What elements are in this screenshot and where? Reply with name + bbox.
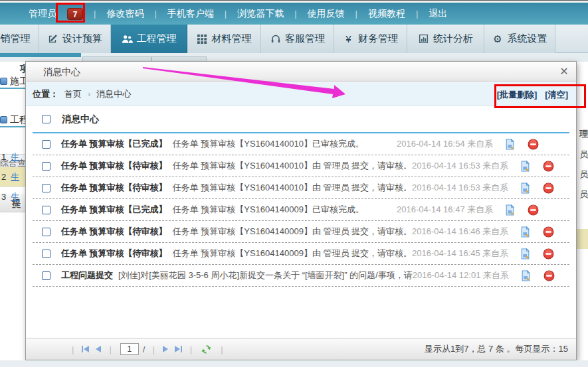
message-row[interactable]: 任务单 预算审核【已完成】 任务单 预算审核【YS1604140009】已审核完…: [33, 199, 569, 221]
message-timestamp: 2016-04-14 16:54 来自系: [397, 138, 491, 150]
select-all-checkbox[interactable]: [42, 115, 50, 123]
topbar-separator: |: [94, 9, 96, 19]
topbar-item-video-tutorial[interactable]: 视频教程: [368, 8, 405, 20]
pager-separator: |: [72, 344, 74, 354]
edit-icon: [47, 34, 58, 44]
delete-message-icon[interactable]: [543, 183, 554, 194]
row-checkbox[interactable]: [42, 140, 50, 149]
active-subtab-indicator: [0, 53, 81, 57]
view-document-icon[interactable]: [504, 139, 516, 150]
background-row-link[interactable]: 生: [11, 152, 19, 162]
breadcrumb-home[interactable]: 首页: [64, 88, 82, 100]
document-icon: [0, 116, 7, 123]
view-document-icon[interactable]: [520, 270, 532, 281]
tab-customer-service[interactable]: 客服管理: [261, 25, 334, 53]
view-document-icon[interactable]: [520, 226, 531, 238]
tab-label: 工程管理: [137, 33, 177, 45]
message-row[interactable]: 工程问题提交 [刘佳]对[美丽花园 3-5-6 周小花]新提交一条关于 “[墙面…: [33, 265, 569, 287]
row-checkbox[interactable]: [42, 162, 50, 171]
row-checkbox[interactable]: [42, 184, 50, 192]
message-row[interactable]: 任务单 预算审核【待审核】 任务单 预算审核【YS1604140009】由 管理…: [33, 243, 569, 265]
message-title: 任务单 预算审核【已完成】: [61, 138, 167, 150]
clear-all-button[interactable]: [清空]: [545, 89, 568, 101]
breadcrumb-current: 消息中心: [96, 88, 131, 100]
topbar-separator: |: [225, 9, 227, 19]
last-page-button[interactable]: [175, 346, 182, 352]
message-title: 任务单 预算审核【待审核】: [61, 182, 167, 194]
tab-project-management[interactable]: 工程管理: [111, 25, 187, 53]
delete-message-icon[interactable]: [543, 226, 554, 238]
row-checkbox[interactable]: [42, 271, 50, 280]
gear-icon: ⚙: [492, 34, 504, 44]
delete-message-icon[interactable]: [528, 139, 539, 150]
close-icon[interactable]: ✕: [557, 65, 571, 78]
delete-message-icon[interactable]: [543, 161, 554, 172]
notification-badge[interactable]: 7: [67, 8, 83, 20]
view-document-icon[interactable]: [520, 161, 531, 172]
message-text: 任务单 预算审核【YS1604140009】由 管理员 提交，请审核。: [173, 248, 412, 259]
page-number-input[interactable]: [120, 343, 139, 355]
nav-filler: [555, 25, 588, 52]
message-row[interactable]: 任务单 预算审核【待审核】 任务单 预算审核【YS1604140010】由 管理…: [33, 177, 569, 199]
headset-icon: [270, 34, 281, 44]
topbar-item-change-password[interactable]: 修改密码: [106, 8, 144, 20]
pager-separator: |: [190, 344, 192, 354]
next-page-button[interactable]: [163, 346, 168, 352]
table-cell: 员: [579, 169, 588, 181]
refresh-icon[interactable]: [201, 344, 212, 355]
batch-delete-button[interactable]: [批量删除]: [497, 89, 538, 101]
tab-label: 系统设置: [508, 33, 547, 45]
message-timestamp: 2016-04-14 16:45 来自系: [412, 248, 506, 259]
app-window: 管理员 7 | 修改密码 | 手机客户端 | 浏览器下载 | 使用反馈 | 视频…: [0, 0, 588, 367]
tab-statistics[interactable]: 统计分析: [407, 25, 484, 53]
view-document-icon[interactable]: [520, 183, 531, 194]
message-center-dialog: 消息中心 ✕ 位置： 首页 › 消息中心 [批量删除] [清空] 消息中心 任务…: [25, 61, 577, 360]
message-row[interactable]: 任务单 预算审核【待审核】 任务单 预算审核【YS1604140010】由 管理…: [33, 155, 569, 177]
pagination-info: 显示从1到7，总 7 条 。每页显示：15: [425, 343, 568, 355]
background-table-header-right: 理: [579, 128, 588, 140]
dialog-actions: [批量删除] [清空]: [497, 89, 568, 101]
tab-design-budget[interactable]: 设计预算: [39, 25, 111, 53]
chevron-right-icon: ›: [88, 89, 90, 99]
prev-page-button[interactable]: [96, 346, 101, 352]
tab-materials[interactable]: 材料管理: [187, 25, 261, 53]
dialog-titlebar[interactable]: 消息中心: [26, 62, 576, 82]
background-row-link[interactable]: 生: [11, 172, 19, 182]
tab-label: 客服管理: [285, 33, 325, 45]
row-checkbox[interactable]: [42, 228, 50, 236]
tab-marketing[interactable]: 销管理: [0, 25, 39, 53]
row-checkbox[interactable]: [42, 206, 50, 214]
page-bottom-strip: [0, 360, 588, 367]
view-document-icon[interactable]: [504, 204, 516, 216]
background-right-panel: 理 员 员 员: [575, 62, 588, 367]
pager-separator: |: [109, 344, 111, 354]
tab-label: 销管理: [1, 33, 31, 45]
tab-system-settings[interactable]: ⚙ 系统设置: [484, 25, 555, 53]
first-page-button[interactable]: [82, 346, 89, 352]
topbar-item-feedback[interactable]: 使用反馈: [308, 8, 345, 20]
document-icon: [0, 78, 7, 85]
message-row[interactable]: 任务单 预算审核【待审核】 任务单 预算审核【YS1604140009】由 管理…: [33, 221, 569, 243]
message-row[interactable]: 任务单 预算审核【已完成】 任务单 预算审核【YS1604140010】已审核完…: [33, 133, 569, 155]
delete-message-icon[interactable]: [543, 248, 554, 259]
topbar-separator: |: [294, 9, 296, 19]
message-text: 任务单 预算审核【YS1604140009】由 管理员 提交，请审核。: [173, 226, 412, 238]
page-total-separator: /: [143, 344, 146, 354]
topbar-item-mobile-client[interactable]: 手机客户端: [167, 8, 214, 20]
message-text: [刘佳]对[美丽花园 3-5-6 周小花]新提交一条关于 “[墙面开裂]” 的问…: [118, 269, 413, 281]
tab-finance[interactable]: ¥ 财务管理: [334, 25, 407, 53]
message-text: 任务单 预算审核【YS1604140010】已审核完成。: [173, 138, 364, 150]
yen-icon: ¥: [343, 34, 354, 44]
topbar-item-logout[interactable]: 退出: [429, 8, 447, 20]
delete-message-icon[interactable]: [543, 270, 555, 281]
background-row-link[interactable]: 生: [11, 192, 19, 202]
tab-label: 设计预算: [62, 33, 102, 45]
delete-message-icon[interactable]: [528, 204, 539, 216]
user-menu[interactable]: 管理员: [29, 8, 56, 20]
topbar-item-browser-download[interactable]: 浏览器下载: [237, 8, 284, 20]
row-checkbox[interactable]: [42, 250, 50, 258]
message-title: 任务单 预算审核【待审核】: [61, 160, 167, 172]
grid-icon: [197, 34, 208, 44]
view-document-icon[interactable]: [520, 248, 531, 259]
team-icon: [122, 34, 133, 44]
